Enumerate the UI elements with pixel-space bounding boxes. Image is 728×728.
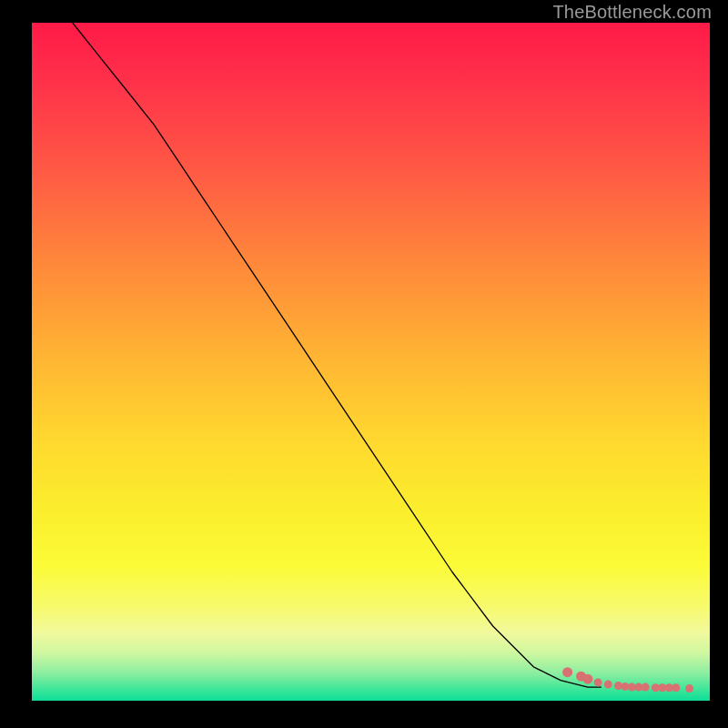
scatter-dots — [562, 667, 693, 693]
dot — [685, 684, 693, 693]
dot — [594, 678, 602, 686]
dot — [642, 683, 650, 692]
dot — [562, 667, 572, 677]
dot — [672, 683, 680, 692]
attribution-text: TheBottleneck.com — [552, 2, 712, 23]
trend-curve — [73, 23, 602, 687]
overlay-svg — [32, 23, 710, 701]
dot — [582, 674, 592, 684]
dot — [604, 681, 612, 689]
chart-wrap: TheBottleneck.com — [0, 0, 728, 728]
